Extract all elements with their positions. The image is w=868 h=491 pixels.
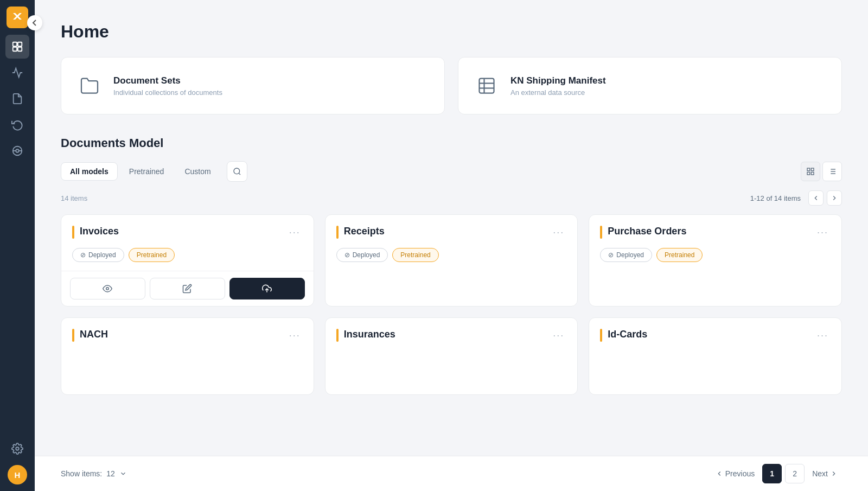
sidebar-item-settings[interactable]: [5, 437, 29, 461]
badge-deployed-receipts: ⊘ Deployed: [336, 248, 388, 262]
next-button[interactable]: Next: [808, 467, 842, 480]
bottom-bar: Show items: 12 Previous 1 2 Next: [35, 456, 868, 491]
card-kn-shipping-title: KN Shipping Manifest: [510, 75, 606, 86]
model-card-invoices-header: Invoices ···: [61, 215, 314, 248]
card-kn-shipping-desc: An external data source: [510, 88, 606, 97]
svg-rect-15: [807, 168, 810, 171]
show-items-value: 12: [106, 469, 115, 478]
list-view-button[interactable]: [822, 162, 842, 181]
badge-pretrained-receipts: Pretrained: [392, 248, 438, 262]
invoices-edit-button[interactable]: [150, 278, 225, 299]
top-cards-grid: Document Sets Individual collections of …: [61, 57, 842, 114]
model-title-po: Purchase Orders: [608, 226, 686, 237]
card-document-sets-text: Document Sets Individual collections of …: [113, 75, 222, 97]
model-card-id-cards-header: Id-Cards ···: [589, 318, 841, 351]
section-title: Documents Model: [61, 136, 842, 150]
items-meta: 14 items 1-12 of 14 items: [61, 190, 842, 206]
prev-label: Previous: [725, 469, 755, 478]
filter-bar: All models Pretrained Custom: [61, 161, 842, 182]
main-content: Home Document Sets Individual collection…: [35, 0, 868, 491]
invoices-badges: ⊘ Deployed Pretrained: [61, 248, 314, 271]
show-items-selector[interactable]: Show items: 12: [61, 469, 127, 478]
badge-pretrained-invoices: Pretrained: [129, 248, 175, 262]
model-card-nach[interactable]: NACH ···: [61, 317, 314, 395]
model-title-receipts: Receipts: [344, 226, 385, 237]
pagination-nav: 1-12 of 14 items: [750, 190, 842, 206]
model-card-po-header: Purchase Orders ···: [589, 215, 841, 248]
sidebar-bottom: H: [5, 437, 29, 484]
page-1-button[interactable]: 1: [762, 464, 782, 483]
id-cards-empty-body: [589, 351, 841, 394]
model-accent: [336, 329, 339, 342]
sidebar-item-integrations[interactable]: [5, 139, 29, 163]
svg-rect-1: [18, 42, 22, 46]
grid-view-button[interactable]: [801, 162, 820, 181]
insurances-empty-body: [326, 351, 578, 394]
model-title-invoices: Invoices: [80, 226, 119, 237]
sidebar-item-analytics[interactable]: [5, 61, 29, 85]
svg-point-25: [106, 288, 109, 290]
po-menu-button[interactable]: ···: [815, 226, 831, 239]
model-card-nach-header: NACH ···: [61, 318, 314, 351]
check-icon: ⊘: [344, 251, 350, 259]
model-card-insurances-header: Insurances ···: [326, 318, 578, 351]
search-button[interactable]: [227, 161, 247, 182]
model-card-receipts[interactable]: Receipts ··· ⊘ Deployed Pretrained: [325, 214, 578, 307]
svg-rect-16: [811, 168, 814, 171]
model-accent: [600, 226, 602, 239]
model-card-purchase-orders[interactable]: Purchase Orders ··· ⊘ Deployed Pretraine…: [589, 214, 842, 307]
card-kn-shipping[interactable]: KN Shipping Manifest An external data so…: [458, 57, 842, 114]
svg-point-13: [234, 168, 240, 174]
invoices-deploy-button[interactable]: [229, 278, 305, 299]
svg-rect-0: [13, 42, 17, 46]
insurances-menu-button[interactable]: ···: [551, 329, 566, 342]
prev-button[interactable]: Previous: [711, 467, 759, 480]
check-icon: ⊘: [608, 251, 614, 259]
id-cards-menu-button[interactable]: ···: [815, 329, 831, 342]
sidebar-toggle[interactable]: [27, 15, 42, 30]
svg-point-8: [16, 447, 19, 450]
page-2-button[interactable]: 2: [785, 464, 805, 483]
show-items-label: Show items:: [61, 469, 102, 478]
model-card-id-cards[interactable]: Id-Cards ···: [589, 317, 842, 395]
sidebar: H: [0, 0, 35, 491]
view-toggle: [801, 162, 842, 181]
filter-tabs: All models Pretrained Custom: [61, 162, 220, 181]
receipts-empty-body: [326, 271, 578, 303]
sidebar-item-pdf[interactable]: [5, 87, 29, 111]
svg-rect-18: [811, 172, 814, 175]
next-label: Next: [812, 469, 828, 478]
card-document-sets-desc: Individual collections of documents: [113, 88, 222, 97]
tab-pretrained[interactable]: Pretrained: [120, 162, 174, 181]
svg-rect-9: [480, 79, 494, 93]
tab-custom[interactable]: Custom: [175, 162, 220, 181]
model-accent: [72, 226, 74, 239]
invoices-view-button[interactable]: [70, 278, 145, 299]
pagination-next-arrow[interactable]: [827, 190, 842, 206]
avatar[interactable]: H: [8, 465, 27, 484]
model-card-insurances[interactable]: Insurances ···: [325, 317, 578, 395]
model-accent: [336, 226, 339, 239]
nach-menu-button[interactable]: ···: [287, 329, 303, 342]
check-icon: ⊘: [80, 251, 86, 259]
model-card-invoices[interactable]: Invoices ··· ⊘ Deployed Pretrained: [61, 214, 314, 307]
model-title-insurances: Insurances: [344, 329, 395, 340]
svg-rect-2: [13, 47, 17, 51]
invoices-menu-button[interactable]: ···: [287, 226, 303, 239]
sidebar-item-documents[interactable]: [5, 35, 29, 59]
table-icon: [474, 73, 500, 99]
badge-deployed-po: ⊘ Deployed: [600, 248, 652, 262]
pagination-controls: Previous 1 2 Next: [711, 464, 842, 483]
card-document-sets[interactable]: Document Sets Individual collections of …: [61, 57, 445, 114]
model-title-nach: NACH: [80, 329, 108, 340]
svg-rect-3: [18, 47, 22, 51]
sidebar-item-history[interactable]: [5, 113, 29, 137]
card-kn-shipping-text: KN Shipping Manifest An external data so…: [510, 75, 606, 97]
badge-deployed-invoices: ⊘ Deployed: [72, 248, 124, 262]
pagination-prev-arrow[interactable]: [808, 190, 824, 206]
receipts-badges: ⊘ Deployed Pretrained: [326, 248, 578, 271]
tab-all-models[interactable]: All models: [61, 162, 118, 181]
sidebar-logo[interactable]: [7, 7, 28, 28]
receipts-menu-button[interactable]: ···: [551, 226, 566, 239]
model-card-receipts-header: Receipts ···: [326, 215, 578, 248]
